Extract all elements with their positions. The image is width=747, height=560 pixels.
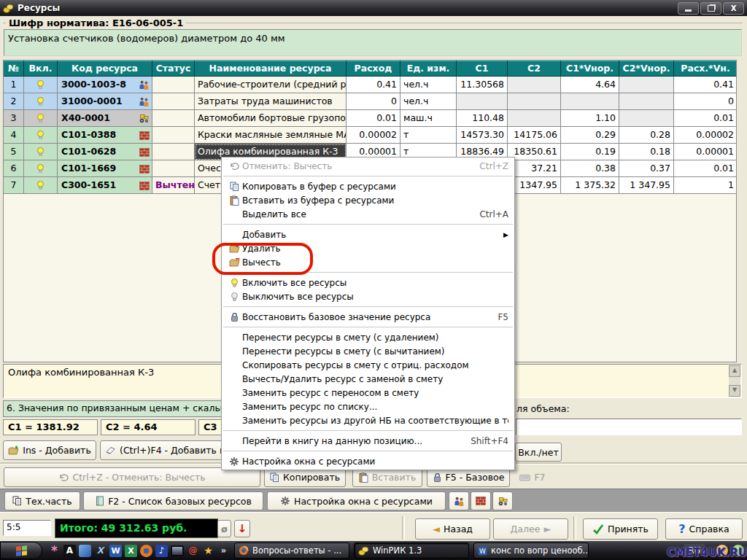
media-icon[interactable]: [155, 545, 168, 557]
close-button[interactable]: [723, 2, 744, 15]
bulb-icon[interactable]: [24, 144, 58, 160]
menu-item[interactable]: Перенести ресурсы в смету (с удалением): [222, 330, 514, 344]
f7-button[interactable]: F7: [515, 467, 550, 487]
column-header[interactable]: Расход: [347, 61, 400, 77]
scroll-down-icon[interactable]: [729, 385, 740, 397]
taskbar-task[interactable]: Вопросы-ответы - ...: [234, 542, 349, 559]
cell-code[interactable]: С101-0628: [58, 144, 152, 160]
back-button[interactable]: ◄ Назад: [415, 518, 490, 540]
cell-code[interactable]: З000-1003-8: [58, 77, 152, 93]
cell-name[interactable]: Краски масляные земляные МА-: [195, 127, 347, 144]
menu-item[interactable]: Копировать в буфер с ресурсами: [222, 179, 514, 193]
f4-add-button[interactable]: (Ctrl+)F4 - Добавить из: [100, 440, 222, 460]
menu-item[interactable]: Заменить ресурс по списку...: [222, 400, 514, 413]
star-icon[interactable]: [202, 545, 214, 557]
taskbar-task[interactable]: WinРИК 1.3: [354, 542, 469, 559]
detail-scrollbar[interactable]: [729, 365, 740, 397]
include-toggle-button[interactable]: Вкл./нет: [515, 443, 562, 462]
cell-name[interactable]: Рабочие-строители (средний ра: [195, 77, 347, 93]
bulb-icon[interactable]: [24, 93, 58, 110]
cell-unit: т: [400, 127, 457, 144]
ins-add-button[interactable]: Ins - Добавить: [3, 440, 96, 460]
volume-formula-input[interactable]: [516, 419, 742, 435]
cell-code[interactable]: С300-1651: [58, 177, 152, 194]
menu-item[interactable]: Удалить: [222, 241, 514, 255]
column-header[interactable]: С2: [508, 61, 561, 77]
cell-num: 2: [4, 93, 24, 110]
menu-item[interactable]: Отменить: ВычестьCtrl+Z: [222, 159, 514, 173]
bulb-icon[interactable]: [24, 160, 58, 177]
table-row[interactable]: 1З000-1003-8Рабочие-строители (средний р…: [4, 77, 736, 93]
restore-button[interactable]: [700, 2, 721, 15]
bricks-icon: [139, 129, 150, 144]
column-header[interactable]: Вкл.: [24, 61, 58, 77]
bulb-icon[interactable]: [24, 177, 58, 194]
menu-item[interactable]: Выключить все ресурсы: [222, 289, 514, 303]
copy-button[interactable]: Копировать: [264, 467, 346, 487]
menu-item[interactable]: Вычесть: [222, 255, 514, 269]
column-header[interactable]: С2*Vнор.: [619, 61, 674, 77]
table-row[interactable]: 4С101-0388Краски масляные земляные МА-0.…: [4, 127, 736, 144]
flower-icon[interactable]: [48, 545, 61, 557]
jump-down-button[interactable]: ↓: [234, 520, 250, 537]
menu-item[interactable]: Включить все ресурсы: [222, 276, 514, 289]
word-icon[interactable]: [109, 545, 122, 557]
display-icon[interactable]: [171, 545, 184, 556]
cell-name[interactable]: Автомобили бортовые грузопод: [195, 110, 347, 127]
cell-code[interactable]: С101-0388: [58, 127, 152, 144]
menu-item[interactable]: Скопировать ресурсы в смету с отриц. рас…: [222, 358, 514, 372]
chev-icon[interactable]: [217, 545, 230, 557]
help-button[interactable]: ? Справка: [665, 518, 743, 540]
cell-name[interactable]: Затраты труда машинистов: [195, 93, 347, 110]
accept-button[interactable]: Принять: [583, 518, 658, 540]
lettera-icon[interactable]: [63, 545, 76, 557]
machines-filter-button[interactable]: [492, 491, 513, 510]
menu-item[interactable]: Восстановить базовое значение ресурсаF5: [222, 310, 514, 324]
labor-filter-button[interactable]: [449, 491, 469, 510]
cell-code[interactable]: С101-1669: [58, 160, 152, 177]
menu-item[interactable]: Заменить ресурсы из другой НБ на соответ…: [222, 413, 514, 427]
kopecks-toggle-button[interactable]: ø: [217, 520, 231, 537]
bulb-icon[interactable]: [24, 127, 58, 144]
undo-toolbar-button[interactable]: Ctrl+Z - Отменить: Вычесть: [4, 467, 260, 487]
menu-item[interactable]: Выделить всеCtrl+A: [222, 207, 514, 221]
table-row[interactable]: 2З1000-0001Затраты труда машинистов0чел.…: [4, 93, 736, 110]
menu-item[interactable]: Вставить из буфера с ресурсами: [222, 193, 514, 207]
menu-item[interactable]: Перенести ресурсы в смету (с вычитанием): [222, 344, 514, 358]
menu-item[interactable]: Вычесть/Удалить ресурс с заменой в смету: [222, 372, 514, 386]
start-button[interactable]: [0, 542, 42, 559]
bulb-icon[interactable]: [24, 77, 58, 93]
bulb-icon[interactable]: [24, 110, 58, 127]
window-settings-button[interactable]: Настройка окна с ресурсами: [267, 491, 446, 510]
menu-item[interactable]: Добавить▶: [222, 228, 514, 241]
phone-icon[interactable]: [79, 545, 91, 557]
column-header[interactable]: Код ресурса: [58, 61, 152, 77]
menu-item[interactable]: Заменить ресурс с переносом в смету: [222, 386, 514, 400]
cell-code[interactable]: Х40-0001: [58, 110, 152, 127]
column-header[interactable]: С1*Vнор.: [561, 61, 619, 77]
at-icon[interactable]: [187, 545, 199, 557]
firefox-icon[interactable]: [140, 545, 152, 557]
next-button[interactable]: Далее ►: [493, 518, 568, 540]
cell-code[interactable]: З1000-0001: [58, 93, 152, 110]
column-header[interactable]: Ед. изм.: [400, 61, 457, 77]
column-header[interactable]: Статус: [152, 61, 195, 77]
excel-icon[interactable]: [125, 545, 137, 557]
materials-filter-button[interactable]: [471, 491, 491, 510]
column-header[interactable]: №: [4, 61, 24, 77]
f2-base-resources-button[interactable]: F2 - Список базовых ресурсов: [83, 491, 263, 510]
base-f5-button[interactable]: F5 - Базовое: [427, 467, 510, 487]
column-header[interactable]: С1: [457, 61, 508, 77]
scroll-up-icon[interactable]: [729, 365, 740, 377]
menu-item[interactable]: Перейти в книгу на данную позицию...Shif…: [222, 434, 514, 448]
column-header[interactable]: Расх.*Vн.: [674, 61, 737, 77]
paste-button[interactable]: Вставить: [352, 467, 422, 487]
xnview-icon[interactable]: [94, 545, 107, 557]
column-header[interactable]: Наименование ресурса: [195, 61, 347, 77]
table-row[interactable]: 3Х40-0001Автомобили бортовые грузопод0.0…: [4, 110, 736, 127]
menu-item[interactable]: Настройка окна с ресурсами: [222, 454, 514, 468]
tech-part-button[interactable]: Тех.часть: [4, 491, 80, 510]
taskbar-task[interactable]: Wконс по вопр ценооб...: [473, 542, 589, 559]
position-field[interactable]: 5:5: [3, 520, 51, 536]
minimize-button[interactable]: [678, 2, 699, 15]
